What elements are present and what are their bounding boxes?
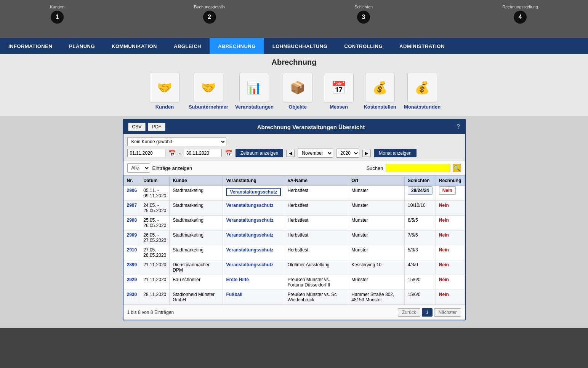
row-schichten: 10/10/10 [405,201,436,216]
nav-item-controlling[interactable]: CONTROLLING [336,38,391,54]
page-number[interactable]: 1 [422,308,433,317]
row-veranstaltung[interactable]: Veranstaltungsschutz [223,201,284,216]
tile-monatsstunden[interactable]: 💰 Monatsstunden [404,73,441,110]
row-datum: 27.05. - 28.05.2020 [140,245,170,260]
row-nr-link[interactable]: 2907 [127,203,137,208]
row-datum: 28.11.2020 [140,290,170,305]
veranstaltung-link[interactable]: Veranstaltungsschutz [226,262,273,267]
veranstaltung-link[interactable]: Veranstaltungsschutz [226,218,273,223]
row-schichten: 15/6/0 [405,290,436,305]
row-kunde: Stadtmarketing [170,245,223,260]
date-separator: - [179,150,181,156]
row-schichten: 28/24/24 [405,186,436,201]
search-input[interactable] [386,164,450,172]
row-va-name: Oldtimer Ausstellung [284,260,348,275]
date-from-input[interactable] [127,149,165,157]
nav-item-kommunikation[interactable]: KOMMUNIKATION [103,38,165,54]
back-button[interactable]: Zurück [398,308,420,317]
row-kunde: Stadtmarketing [170,216,223,230]
nav-item-abrechnung[interactable]: ABRECHNUNG [210,38,264,54]
next-button[interactable]: Nächster [434,308,461,317]
row-veranstaltung[interactable]: Fußball [223,290,284,305]
row-nr-link[interactable]: 2906 [127,188,137,193]
search-label: Suchen [366,165,383,171]
help-icon[interactable]: ? [457,123,460,130]
row-veranstaltung[interactable]: Veranstaltungsschutz [223,245,284,260]
data-table: Nr. Datum Kunde Veranstaltung VA-Name Or… [123,175,465,305]
row-nr-link[interactable]: 2908 [127,218,137,223]
row-nr-link[interactable]: 2909 [127,232,137,238]
calendar-to-icon[interactable]: 📅 [225,150,232,157]
schichten-value: 28/24/24 [408,186,433,195]
veranstaltung-button[interactable]: Veranstaltungsschutz [226,188,281,196]
tile-kostenstellen[interactable]: 💰 Kostenstellen [363,73,397,110]
row-nr-link[interactable]: 2929 [127,277,137,282]
customer-select[interactable]: Kein Kunde gewählt [127,137,226,146]
veranstaltung-link[interactable]: Veranstaltungsschutz [226,203,273,208]
tile-objekte[interactable]: 📦 Objekte [280,73,315,110]
table-row: 290724.05. - 25.05.2020StadtmarketingVer… [123,201,465,216]
row-rechnung: Nein [436,290,465,305]
col-rechnung: Rechnung [436,176,465,186]
monat-button[interactable]: Monat anzeigen [374,149,416,157]
row-rechnung: Nein [436,245,465,260]
kunden-icon: 🤝 [150,73,179,102]
row-veranstaltung[interactable]: Veranstaltungsschutz [223,230,284,245]
veranstaltung-link[interactable]: Erste Hilfe [226,277,248,282]
col-ort: Ort [348,176,405,186]
row-veranstaltung[interactable]: Erste Hilfe [223,275,284,290]
nav-item-lohnbuchhaltung[interactable]: LOHNBUCHHALTUNG [264,38,336,54]
row-schichten: 4/3/0 [405,260,436,275]
table-row: 290605.11. - 09.11.2020StadtmarketingVer… [123,186,465,201]
row-schichten: 15/6/0 [405,275,436,290]
tile-veranstaltungen[interactable]: 📊 Veranstaltungen [235,73,274,110]
row-rechnung: Nein [436,275,465,290]
date-to-input[interactable] [184,149,222,157]
row-schichten: 7/6/6 [405,230,436,245]
csv-button[interactable]: CSV [128,123,146,131]
row-ort: Hammer Straße 302, 48153 Münster [348,290,405,305]
main-content: Abrechnung 🤝 Kunden 🤝 Subunternehmer 📊 V… [0,54,588,328]
year-select[interactable]: 20182019202020212022 [336,149,359,158]
row-nr-link[interactable]: 2930 [127,292,137,297]
entries-per-page-select[interactable]: Alle [127,163,150,173]
row-veranstaltung[interactable]: Veranstaltungsschutz [223,260,284,275]
monatsstunden-icon: 💰 [407,73,437,102]
step-2[interactable]: Buchungsdetails 2 [194,5,225,24]
prev-month-button[interactable]: ◀ [286,150,295,157]
tile-messen[interactable]: 📅 Messen [322,73,356,110]
veranstaltung-link[interactable]: Fußball [226,292,242,297]
col-schichten: Schichten [405,176,436,186]
entries-show-label: Einträge anzeigen [152,165,192,171]
nav-item-planung[interactable]: PLANUNG [61,38,103,54]
nav-item-abgleich[interactable]: ABGLEICH [165,38,210,54]
month-select[interactable]: JanuarFebruarMärzApril MaiJuniJuliAugust… [298,149,333,158]
calendar-from-icon[interactable]: 📅 [168,150,176,157]
zeitraum-button[interactable]: Zeitraum anzeigen [236,149,283,157]
step-4[interactable]: Rechnungsstellung 4 [502,5,538,24]
modal: CSV PDF Abrechnung Veranstaltungen Übers… [123,119,466,320]
col-datum: Datum [140,176,170,186]
step-1[interactable]: Kunden 1 [50,5,64,24]
nav-item-administration[interactable]: ADMINISTRATION [391,38,453,54]
step-3[interactable]: Schichten 3 [354,5,373,24]
row-ort: Münster [348,245,405,260]
tile-subunternehmer[interactable]: 🤝 Subunternehmer [189,73,228,110]
row-datum: 21.11.2020 [140,260,170,275]
modal-title: Abrechnung Veranstaltungen Übersicht [257,124,365,130]
veranstaltung-link[interactable]: Veranstaltungsschutz [226,232,273,238]
pdf-button[interactable]: PDF [148,123,165,131]
objekte-icon: 📦 [283,73,312,102]
search-button[interactable]: 🔍 [453,164,461,172]
tile-kunden[interactable]: 🤝 Kunden [147,73,182,110]
row-veranstaltung[interactable]: Veranstaltungsschutz [223,216,284,230]
row-ort: Münster [348,230,405,245]
nav-item-informationen[interactable]: INFORMATIONEN [0,38,61,54]
row-nr-link[interactable]: 2910 [127,247,137,253]
row-nr-link[interactable]: 2899 [127,262,137,267]
step-circle-3: 3 [357,11,370,24]
row-veranstaltung[interactable]: Veranstaltungsschutz [223,186,284,201]
row-rechnung: Nein [436,186,465,201]
veranstaltung-link[interactable]: Veranstaltungsschutz [226,247,273,253]
next-month-button[interactable]: ▶ [362,150,371,157]
